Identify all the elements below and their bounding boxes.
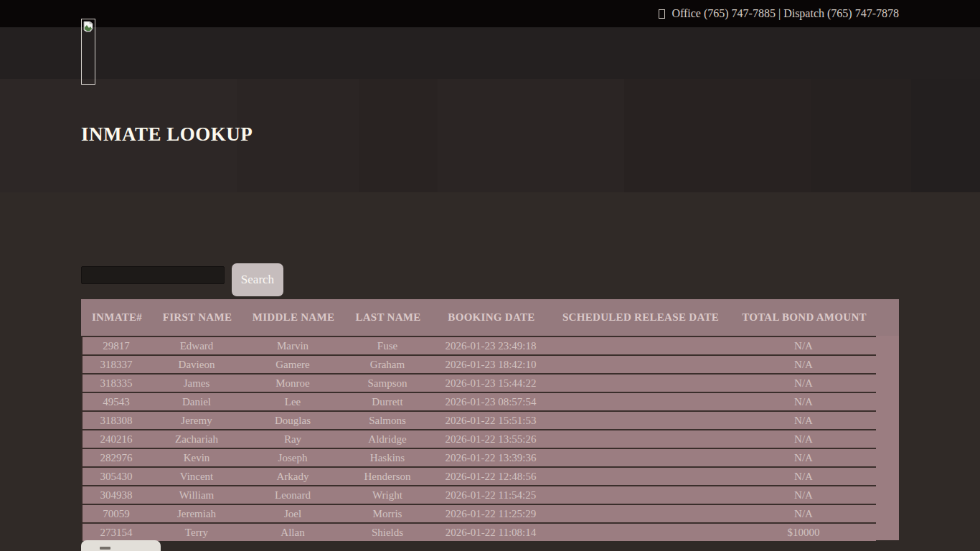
cell-middle: Marvin (243, 340, 342, 352)
cell-bond: N/A (731, 396, 876, 408)
table-row[interactable]: 305430VincentArkadyHenderson2026-01-22 1… (83, 466, 876, 485)
cell-bond: N/A (731, 340, 876, 352)
cell-booking: 2026-01-22 11:25:29 (433, 508, 549, 520)
cell-first: Vincent (150, 471, 243, 483)
cell-inmate: 282976 (83, 452, 150, 464)
page: Office (765) 747-7885 | Dispatch (765) 7… (0, 0, 980, 551)
cell-middle: Ray (243, 433, 342, 446)
cell-bond: N/A (731, 415, 876, 427)
column-header: MIDDLE NAME (244, 311, 343, 324)
cell-middle: Leonard (243, 489, 342, 501)
table-row[interactable]: 318335JamesMonroeSampson2026-01-23 15:44… (83, 373, 876, 392)
cell-bond: $10000 (731, 527, 876, 539)
cell-inmate: 29817 (83, 340, 150, 352)
cell-last: Wright (342, 489, 433, 501)
table-header-row: INMATE#FIRST NAMEMIDDLE NAMELAST NAMEBOO… (81, 299, 899, 336)
column-header: LAST NAME (343, 311, 433, 324)
cell-inmate: 318308 (83, 415, 150, 427)
load-more-button-partial[interactable] (81, 540, 161, 551)
cell-booking: 2026-01-22 13:39:36 (433, 452, 549, 464)
table-row[interactable]: 318308JeremyDouglasSalmons2026-01-22 15:… (83, 410, 876, 429)
cell-last: Durrett (342, 396, 433, 408)
cell-middle: Douglas (243, 415, 342, 427)
inmate-table: INMATE#FIRST NAMEMIDDLE NAMELAST NAMEBOO… (81, 299, 899, 540)
cell-last: Shields (342, 527, 433, 539)
broken-image-icon (83, 21, 94, 32)
cell-last: Aldridge (342, 433, 433, 446)
cell-middle: Joseph (243, 452, 342, 464)
cell-first: Jeremy (150, 415, 243, 427)
cell-first: James (150, 377, 243, 390)
cell-first: Davieon (150, 359, 243, 371)
cell-booking: 2026-01-22 15:51:53 (433, 415, 549, 427)
cell-booking: 2026-01-22 11:08:14 (433, 527, 549, 539)
cell-inmate: 318337 (83, 359, 150, 371)
cell-middle: Monroe (243, 377, 342, 390)
column-header: BOOKING DATE (433, 311, 550, 324)
table-row[interactable]: 304938WilliamLeonardWright2026-01-22 11:… (83, 485, 876, 504)
cell-booking: 2026-01-22 11:54:25 (433, 489, 549, 501)
phone-icon (659, 9, 665, 19)
cell-first: Zachariah (150, 433, 243, 446)
cell-booking: 2026-01-23 18:42:10 (433, 359, 549, 371)
cell-inmate: 70059 (83, 508, 150, 520)
cell-middle: Allan (243, 527, 342, 539)
cell-inmate: 273154 (83, 527, 150, 539)
cell-inmate: 318335 (83, 377, 150, 390)
cell-booking: 2026-01-23 08:57:54 (433, 396, 549, 408)
cell-middle: Lee (243, 396, 342, 408)
search-button[interactable]: Search (232, 263, 283, 296)
nav-strip (0, 27, 980, 79)
cell-inmate: 49543 (83, 396, 150, 408)
cell-last: Salmons (342, 415, 433, 427)
column-header: TOTAL BOND AMOUNT (732, 311, 877, 324)
cell-first: Daniel (150, 396, 243, 408)
table-row[interactable]: 318337DavieonGamereGraham2026-01-23 18:4… (83, 354, 876, 373)
cell-bond: N/A (731, 452, 876, 464)
table-body: 29817EdwardMarvinFuse2026-01-23 23:49:18… (81, 336, 899, 540)
cell-booking: 2026-01-23 23:49:18 (433, 340, 549, 352)
cell-middle: Arkady (243, 471, 342, 483)
cell-booking: 2026-01-22 12:48:56 (433, 471, 549, 483)
table-row[interactable]: 49543DanielLeeDurrett2026-01-23 08:57:54… (83, 392, 876, 410)
table-row[interactable]: 29817EdwardMarvinFuse2026-01-23 23:49:18… (83, 336, 876, 354)
table-row[interactable]: 240216ZachariahRayAldridge2026-01-22 13:… (83, 429, 876, 448)
cell-booking: 2026-01-23 15:44:22 (433, 377, 549, 390)
table-row[interactable]: 282976KevinJosephHaskins2026-01-22 13:39… (83, 448, 876, 466)
table-row[interactable]: 70059JeremiahJoelMorris2026-01-22 11:25:… (83, 504, 876, 522)
column-header: INMATE# (83, 311, 151, 324)
cell-last: Henderson (342, 471, 433, 483)
cell-last: Sampson (342, 377, 433, 390)
cell-bond: N/A (731, 377, 876, 390)
cell-bond: N/A (731, 471, 876, 483)
column-header: FIRST NAME (151, 311, 244, 324)
cell-bond: N/A (731, 489, 876, 501)
cell-first: William (150, 489, 243, 501)
table-row[interactable]: 273154TerryAllanShields2026-01-22 11:08:… (83, 522, 876, 541)
cell-last: Morris (342, 508, 433, 520)
cell-last: Graham (342, 359, 433, 371)
topbar-phone-text: Office (765) 747-7885 | Dispatch (765) 7… (672, 7, 899, 20)
column-header: SCHEDULED RELEASE DATE (550, 311, 732, 324)
cell-first: Jeremiah (150, 508, 243, 520)
cell-bond: N/A (731, 508, 876, 520)
cell-last: Haskins (342, 452, 433, 464)
cell-inmate: 240216 (83, 433, 150, 446)
cell-inmate: 305430 (83, 471, 150, 483)
cell-last: Fuse (342, 340, 433, 352)
site-logo-broken-image[interactable] (81, 19, 95, 85)
page-title: INMATE LOOKUP (81, 123, 253, 146)
cell-booking: 2026-01-22 13:55:26 (433, 433, 549, 446)
cell-first: Kevin (150, 452, 243, 464)
cell-bond: N/A (731, 433, 876, 446)
cell-middle: Gamere (243, 359, 342, 371)
cell-bond: N/A (731, 359, 876, 371)
cell-first: Edward (150, 340, 243, 352)
search-input[interactable] (81, 266, 225, 284)
cell-middle: Joel (243, 508, 342, 520)
cell-inmate: 304938 (83, 489, 150, 501)
topbar: Office (765) 747-7885 | Dispatch (765) 7… (0, 0, 980, 27)
cell-first: Terry (150, 527, 243, 539)
